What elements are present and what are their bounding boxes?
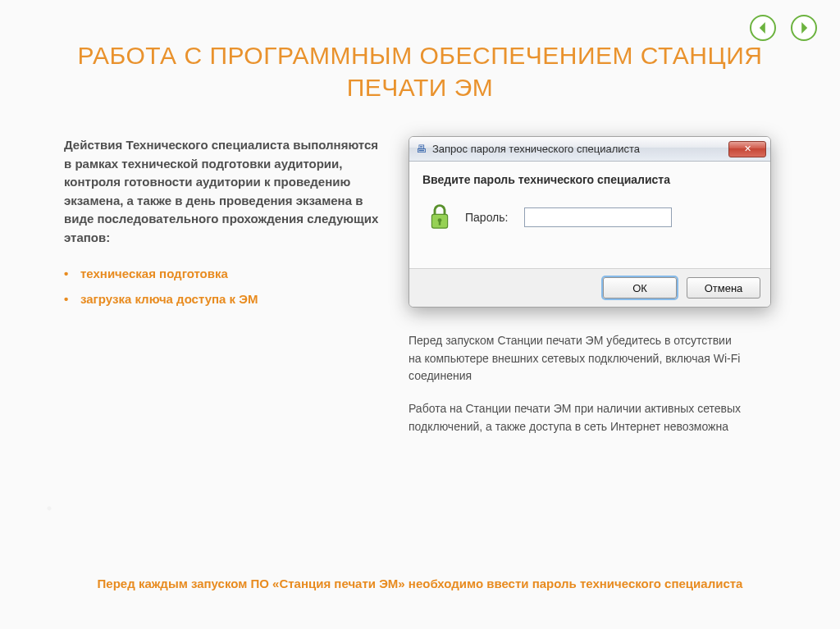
svg-rect-2 [439, 221, 441, 226]
close-button[interactable]: ✕ [728, 141, 766, 157]
dialog-prompt: Введите пароль технического специалиста [422, 173, 757, 186]
note-line: Перед запуском Станции печати ЭМ убедите… [409, 334, 732, 347]
intro-text: Действия Технического специалиста выполн… [64, 136, 384, 247]
nav-buttons [750, 15, 817, 41]
close-icon: ✕ [744, 144, 751, 154]
note-paragraph: Работа на Станции печати ЭМ при наличии … [409, 400, 761, 435]
printer-icon: 🖶 [414, 143, 427, 156]
note-line: на компьютере внешних сетевых подключени… [409, 352, 740, 383]
bullet-item: загрузка ключа доступа к ЭМ [64, 290, 384, 309]
content-row: Действия Технического специалиста выполн… [0, 103, 840, 450]
password-input[interactable] [524, 207, 672, 227]
dialog-buttons: ОК Отмена [409, 268, 770, 307]
prev-button[interactable] [750, 15, 776, 41]
footer-note: Перед каждым запуском ПО «Станция печати… [0, 575, 840, 594]
password-dialog: 🖶 Запрос пароля технического специалиста… [409, 136, 771, 308]
password-label: Пароль: [465, 211, 513, 224]
left-column: Действия Технического специалиста выполн… [64, 136, 384, 450]
dialog-title: Запрос пароля технического специалиста [432, 143, 640, 155]
right-column: 🖶 Запрос пароля технического специалиста… [409, 136, 799, 450]
chevron-left-icon [757, 22, 769, 34]
bullet-list: техническая подготовка загрузка ключа до… [64, 265, 384, 308]
chevron-right-icon [798, 22, 810, 34]
next-button[interactable] [791, 15, 817, 41]
right-notes: Перед запуском Станции печати ЭМ убедите… [409, 332, 761, 435]
page-title: РАБОТА С ПРОГРАММНЫМ ОБЕСПЕЧЕНИЕМ СТАНЦИ… [0, 0, 840, 103]
note-paragraph: Перед запуском Станции печати ЭМ убедите… [409, 332, 761, 385]
cancel-button[interactable]: Отмена [687, 277, 760, 299]
dialog-titlebar: 🖶 Запрос пароля технического специалиста… [409, 137, 770, 162]
password-row: Пароль: [422, 201, 757, 234]
dialog-body: Введите пароль технического специалиста … [409, 162, 770, 268]
bullet-item: техническая подготовка [64, 265, 384, 284]
lock-icon [426, 201, 454, 234]
ok-button[interactable]: ОК [603, 277, 677, 299]
